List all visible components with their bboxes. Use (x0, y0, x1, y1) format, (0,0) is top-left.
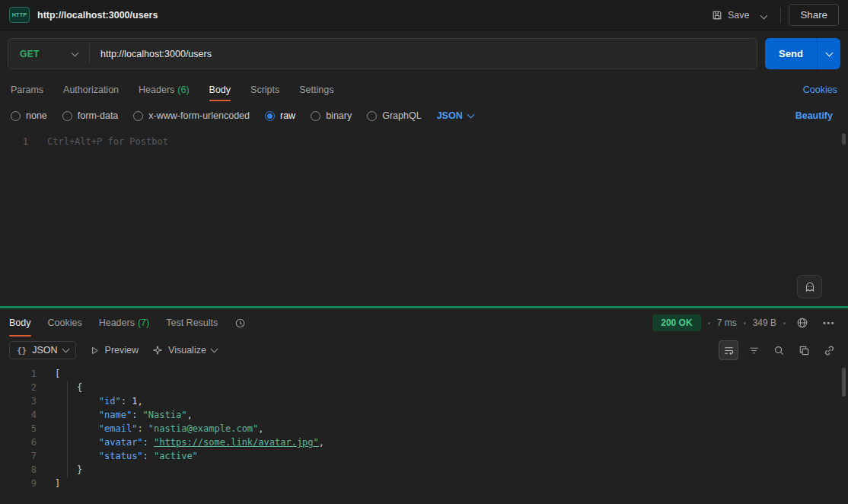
tab-headers[interactable]: Headers (6) (139, 77, 190, 102)
history-clock-icon (234, 317, 246, 329)
response-history-button[interactable] (234, 317, 246, 329)
radio-icon (367, 111, 377, 121)
postbot-icon (804, 281, 816, 293)
body-mode-urlencoded[interactable]: x-www-form-urlencoded (133, 110, 250, 121)
url-input[interactable] (90, 49, 757, 59)
method-select[interactable]: GET (8, 49, 89, 59)
raw-language-label: JSON (437, 110, 463, 121)
json-token: : (121, 396, 132, 407)
filter-icon (748, 345, 760, 356)
response-tab-cookies[interactable]: Cookies (48, 308, 82, 337)
cookies-link[interactable]: Cookies (803, 85, 837, 95)
line-content: { (43, 381, 82, 394)
filter-button[interactable] (744, 340, 764, 360)
request-body-editor[interactable]: 1 Ctrl+Alt+P for Postbot (0, 129, 848, 306)
response-code-line: 2 { (0, 381, 848, 394)
chevron-down-icon (210, 346, 218, 353)
divider (780, 8, 781, 23)
tab-label: Settings (299, 85, 333, 95)
tab-label: Params (11, 85, 43, 95)
save-icon (712, 10, 722, 21)
json-token: : (143, 437, 154, 448)
line-number: 7 (0, 449, 43, 463)
line-number: 5 (0, 422, 43, 435)
search-button[interactable] (769, 340, 789, 360)
tab-params[interactable]: Params (11, 77, 43, 102)
method-label: GET (20, 49, 40, 59)
response-code-line: 1[ (0, 367, 848, 381)
globe-icon (796, 317, 808, 329)
network-info-button[interactable] (792, 313, 812, 333)
tab-authorization[interactable]: Authorization (63, 77, 119, 102)
response-code-line: 6 "avatar": "https://some.link/avatar.jp… (0, 435, 848, 449)
response-format-label: JSON (32, 345, 57, 356)
chevron-down-icon (825, 49, 833, 56)
link-button[interactable] (819, 340, 839, 360)
http-request-icon: HTTP (9, 7, 30, 23)
json-token: "id" (99, 396, 121, 407)
topbar-actions: Save Share (706, 4, 839, 26)
tab-label: Authorization (63, 85, 119, 95)
send-button[interactable]: Send (765, 38, 817, 69)
tab-count: (6) (177, 85, 189, 95)
tab-body[interactable]: Body (209, 77, 231, 102)
body-mode-form-data[interactable]: form-data (62, 110, 119, 121)
response-view-actions (719, 340, 839, 360)
response-code-line: 4 "name": "Nastia", (0, 408, 848, 422)
mode-label: x-www-form-urlencoded (148, 110, 250, 121)
response-tab-body[interactable]: Body (9, 308, 31, 337)
share-button[interactable]: Share (789, 4, 839, 26)
preview-button[interactable]: Preview (90, 345, 139, 356)
json-token: "Nastia" (143, 410, 187, 420)
json-token: : (137, 423, 148, 434)
request-tabs: Params Authorization Headers (6) Body Sc… (0, 77, 848, 102)
save-button[interactable]: Save (706, 5, 756, 25)
raw-language-select[interactable]: JSON (437, 110, 473, 121)
send-dropdown-button[interactable] (817, 38, 840, 69)
separator-dot (783, 322, 786, 324)
tab-label: Body (209, 85, 231, 95)
response-tab-headers[interactable]: Headers (7) (99, 308, 150, 337)
line-content: [ (43, 367, 60, 381)
visualize-button[interactable]: Visualize (152, 345, 217, 356)
chevron-down-icon (72, 49, 79, 56)
mode-label: GraphQL (382, 110, 421, 121)
separator-dot (744, 322, 746, 324)
request-url-row: GET Send (0, 30, 848, 77)
json-token: ] (55, 478, 60, 489)
response-code-line: 9] (0, 477, 848, 490)
json-token: , (258, 423, 263, 434)
postbot-button[interactable] (797, 275, 822, 298)
tab-count: (7) (138, 317, 149, 328)
json-token: { (77, 382, 82, 393)
response-body-code[interactable]: 1[2 {3 "id": 1,4 "name": "Nastia",5 "ema… (0, 367, 848, 490)
json-token: "name" (99, 410, 132, 420)
more-options-button[interactable]: ••• (819, 313, 839, 333)
save-dropdown-button[interactable] (755, 5, 773, 25)
wrap-text-button[interactable] (719, 340, 738, 360)
mode-label: form-data (78, 110, 119, 121)
radio-icon (11, 111, 21, 121)
response-format-select[interactable]: {} JSON (9, 341, 76, 359)
visualize-label: Visualize (168, 345, 206, 356)
body-mode-raw[interactable]: raw (265, 110, 295, 121)
line-number: 2 (0, 381, 43, 394)
copy-button[interactable] (794, 340, 814, 360)
tab-settings[interactable]: Settings (299, 77, 333, 102)
line-content: "id": 1, (43, 394, 143, 408)
tab-scripts[interactable]: Scripts (250, 77, 279, 102)
json-token: "status" (99, 451, 143, 461)
status-badge[interactable]: 200 OK (652, 314, 700, 331)
body-mode-graphql[interactable]: GraphQL (367, 110, 421, 121)
beautify-link[interactable]: Beautify (795, 110, 833, 121)
body-mode-binary[interactable]: binary (311, 110, 352, 121)
body-mode-none[interactable]: none (11, 110, 47, 121)
response-tab-test-results[interactable]: Test Results (166, 308, 218, 337)
response-scrollbar[interactable] (842, 368, 846, 397)
sparkle-icon (152, 345, 163, 356)
json-link-value[interactable]: "https://some.link/avatar.jpg" (154, 437, 319, 448)
editor-line-number: 1 (0, 129, 38, 306)
response-toolbar: {} JSON Preview Visualize (0, 337, 848, 363)
save-label: Save (728, 10, 750, 21)
editor-scrollbar[interactable] (842, 133, 846, 145)
